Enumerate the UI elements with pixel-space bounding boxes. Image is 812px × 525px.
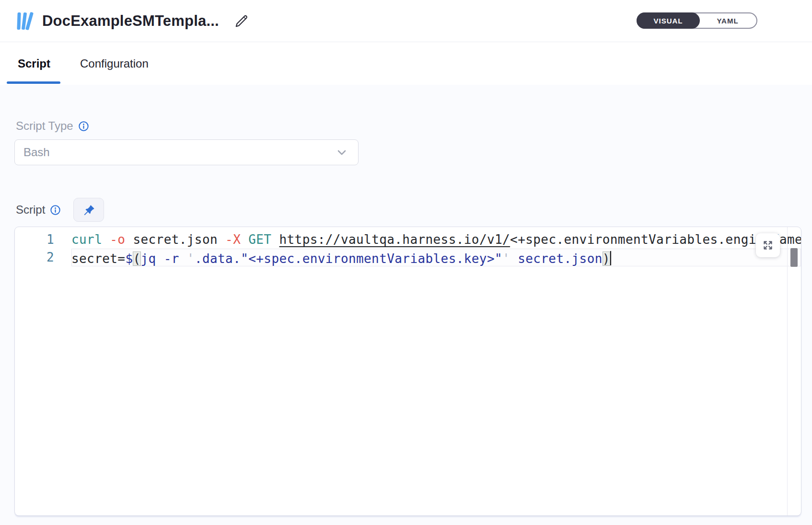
code-token: https://vaultqa.harness.io/v1/ <box>279 232 510 247</box>
code-token: -X <box>225 232 241 247</box>
page-title: DocExampleSMTempla... <box>42 12 219 30</box>
code-token: ' <box>502 251 510 266</box>
editor-scrollbar-track <box>787 227 801 515</box>
code-token <box>271 232 279 247</box>
info-icon[interactable] <box>50 205 61 216</box>
code-token: curl <box>71 232 102 247</box>
toggle-visual[interactable]: VISUAL <box>637 12 700 29</box>
code-line-content: curl -o secret.json -X GET https://vault… <box>71 231 801 249</box>
content-area: Script Type Bash Script 1curl -o secret.… <box>0 85 812 525</box>
script-type-value: Bash <box>23 146 336 159</box>
code-line-content: secret=$(jq -r '.data."<+spec.environmen… <box>71 249 801 266</box>
code-token: jq -r <box>141 251 187 266</box>
code-line[interactable]: 2secret=$(jq -r '.data."<+spec.environme… <box>15 249 801 266</box>
code-token: .data."<+spec.environmentVariables.key>" <box>195 251 502 266</box>
expand-arrows-icon <box>762 239 774 251</box>
code-token: secret.json <box>125 232 225 247</box>
code-token: ( <box>133 251 140 266</box>
code-token: secret.json <box>510 251 603 266</box>
code-line[interactable]: 1curl -o secret.json -X GET https://vaul… <box>15 231 801 249</box>
code-token <box>102 232 110 247</box>
code-token <box>241 232 248 247</box>
active-tab-underline <box>7 81 60 84</box>
code-token: secret= <box>71 251 125 266</box>
editor-scrollbar-thumb[interactable] <box>790 248 798 267</box>
line-number: 1 <box>15 231 54 249</box>
chevron-down-icon <box>336 147 348 158</box>
edit-title-button[interactable] <box>232 12 251 30</box>
pencil-icon <box>234 13 249 29</box>
pin-icon <box>82 204 95 217</box>
script-type-label: Script Type <box>16 119 73 133</box>
tab-bar: Script Configuration <box>0 42 812 85</box>
code-lines: 1curl -o secret.json -X GET https://vaul… <box>15 227 801 266</box>
header: DocExampleSMTempla... VISUAL YAML <box>0 0 812 42</box>
line-number: 2 <box>15 249 54 266</box>
view-mode-toggle: VISUAL YAML <box>637 12 757 29</box>
text-caret <box>610 251 611 265</box>
templates-library-icon <box>16 11 35 31</box>
script-type-select[interactable]: Bash <box>14 139 359 165</box>
script-type-label-row: Script Type <box>16 119 89 133</box>
toggle-yaml[interactable]: YAML <box>699 13 756 28</box>
code-token: $ <box>125 251 133 266</box>
script-code-editor[interactable]: 1curl -o secret.json -X GET https://vaul… <box>14 227 801 516</box>
code-token: ' <box>187 251 195 266</box>
code-token: GET <box>248 232 271 247</box>
script-label-row: Script <box>16 198 104 222</box>
code-token: -o <box>110 232 125 247</box>
code-token: ) <box>603 251 610 266</box>
info-icon[interactable] <box>78 121 89 132</box>
tab-script[interactable]: Script <box>18 57 50 70</box>
tab-configuration[interactable]: Configuration <box>80 57 149 70</box>
pin-button[interactable] <box>73 198 104 222</box>
script-label: Script <box>16 203 45 217</box>
expand-editor-button[interactable] <box>756 233 780 257</box>
